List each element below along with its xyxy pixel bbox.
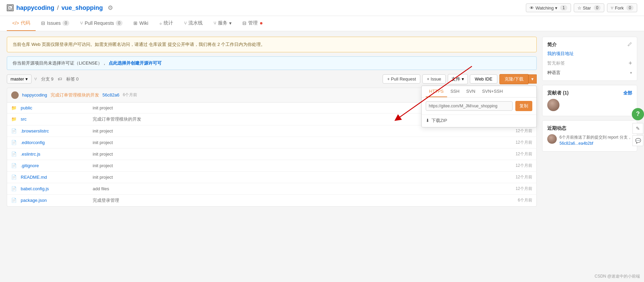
issue-button[interactable]: + Issue [422,74,445,84]
clone-tab-ssh[interactable]: SSH [447,86,463,97]
file-time-eslintrc: 12个月前 [516,151,532,157]
tab-pipeline[interactable]: ⑂ 流水线 [179,16,208,31]
pull-request-button[interactable]: + Pull Request [383,74,420,84]
license-link[interactable]: 点此选择并创建开源许可可 [109,60,162,66]
file-name-browserslistrc[interactable]: .browserslistrc [21,128,89,134]
license-text: 你当前开源项目尚未选择许可证（LICENSE）， [13,60,107,66]
activity-title: 近期动态 [547,125,632,131]
clone-dropdown-button[interactable]: ▾ [528,74,537,84]
tab-wiki[interactable]: ⊞ Wiki [128,16,153,31]
services-icon: ⑂ [214,20,216,26]
branch-selector[interactable]: master ▾ [7,74,32,84]
file-msg-readme: init project [89,175,516,180]
file-name-editorconfig[interactable]: .editorconfig [21,140,89,145]
star-button[interactable]: ☆ Star 0 [574,3,605,12]
tab-pulls[interactable]: ⑂ Pull Requests 0 [75,16,128,31]
watching-dropdown-icon: ▾ [555,5,557,11]
clone-dropdown: HTTPS SSH SVN SVN+SSH 复制 ⬇ 下载ZIP [421,86,537,127]
clone-main-button[interactable]: 克隆/下载 [499,74,528,84]
folder-icon: 📁 [11,105,18,110]
file-icon-eslintrc: 📄 [11,152,18,157]
lang-section: 种语言 ▾ [547,70,632,76]
star-count: 0 [594,5,601,11]
file-name-public[interactable]: public [21,105,89,110]
eye-icon: 👁 [530,5,534,11]
settings-icon[interactable]: ⚙ [108,4,113,12]
file-time-editorconfig: 12个月前 [516,140,532,145]
fork-button[interactable]: ⑂ Fork 0 [607,3,637,12]
tab-issues[interactable]: ⊟ Issues 0 [36,16,75,31]
file-name-babel[interactable]: babel.config.js [21,186,89,191]
lang-dropdown-icon[interactable]: ▾ [630,71,632,75]
clone-wrapper: 克隆/下载 ▾ HTTPS SSH SVN SVN+SSH 复 [499,74,537,84]
tab-issues-label: Issues [47,20,60,26]
file-name-eslintrc[interactable]: .eslintrc.js [21,152,89,157]
file-msg-gitignore: init project [89,163,516,168]
chat-icon-button[interactable]: 💬 [632,135,643,146]
watching-button[interactable]: 👁 Watching ▾ 1 [526,3,571,12]
project-url-link[interactable]: 我的项目地址 [547,51,632,57]
tab-pipeline-label: 流水线 [188,20,203,26]
clone-tab-https[interactable]: HTTPS [426,86,447,97]
file-msg-babel: add files [89,186,516,191]
add-tag-button[interactable]: + [628,60,632,66]
branch-dropdown-icon: ▾ [25,76,28,82]
contributors-all-link[interactable]: 全部 [623,90,632,96]
clone-url-input[interactable] [426,101,513,111]
file-button[interactable]: 文件 ▾ [448,74,468,84]
file-name-src[interactable]: src [21,117,89,122]
tags-count: 标签 0 [66,76,79,82]
file-name-readme[interactable]: README.md [21,175,89,180]
tab-manage[interactable]: ⊟ 管理 [237,16,268,31]
file-msg-editorconfig: init project [89,140,516,145]
activity-description: 6个月前推送了新的提交到 report 分支， [559,135,632,140]
branches-count: 分支 9 [41,76,54,82]
file-name-package[interactable]: package.json [21,198,89,203]
tab-stats-label: 统计 [164,20,173,26]
activity-avatar [547,134,557,144]
manage-icon: ⊟ [242,20,246,26]
services-dropdown-icon: ▾ [229,20,232,26]
issues-icon: ⊟ [41,20,45,26]
license-banner: 你当前开源项目尚未选择许可证（LICENSE）， 点此选择并创建开源许可可 [7,56,537,70]
file-msg-browserslistrc: init project [89,128,516,134]
activity-commit-link[interactable]: 56c82a6...ea4b2bf [559,141,593,146]
clone-tabs: HTTPS SSH SVN SVN+SSH [422,86,536,98]
file-row-editorconfig: 📄 .editorconfig init project 12个月前 [7,137,536,148]
intro-edit-icon[interactable] [627,42,632,48]
contributor-avatar[interactable] [547,99,559,111]
webide-button[interactable]: Web IDE [470,74,498,84]
code-icon: </> [12,20,19,26]
file-time-babel: 12个月前 [516,186,532,192]
clone-tab-svn-ssh[interactable]: SVN+SSH [479,86,506,97]
owner-name[interactable]: happycoding [16,4,54,12]
intro-section: 简介 我的项目地址 暂无标签 + 种语言 ▾ [542,37,637,81]
tab-pulls-label: Pull Requests [85,20,114,26]
tab-services[interactable]: ⑂ 服务 ▾ [208,16,237,31]
main-content: 当前仓库 Web 页面仅限登录用户可访问。如需支持匿名访问，请通过 仓库设置 提… [0,31,644,212]
no-tags-label: 暂无标签 [547,60,565,66]
pipeline-icon: ⑂ [184,20,187,26]
copy-url-button[interactable]: 复制 [515,101,532,111]
tab-stats[interactable]: ⬦ 统计 [154,16,179,31]
contributors-section: 贡献者 (1) 全部 [542,85,637,116]
file-name-gitignore[interactable]: .gitignore [21,163,89,168]
commit-author[interactable]: happycoding [22,92,47,98]
repo-name[interactable]: vue_shopping [61,4,103,12]
activity-title-label: 近期动态 [547,125,566,131]
file-icon-editorconfig: 📄 [11,140,18,145]
help-button[interactable]: ? [632,108,644,120]
file-row-package: 📄 package.json 完成登录管理 6个月前 [7,195,536,206]
clone-tab-svn[interactable]: SVN [463,86,479,97]
tab-code[interactable]: </> 代码 [7,16,36,31]
commit-hash[interactable]: 56c82a6 [103,92,119,98]
tab-manage-label: 管理 [248,20,258,26]
star-icon: ☆ [577,5,582,11]
warning-text: 当前仓库 Web 页面仅限登录用户可访问。如需支持匿名访问，请通过 仓库设置 提… [13,42,265,47]
edit-icon-button[interactable]: ✎ [632,123,643,134]
download-zip-button[interactable]: ⬇ 下载ZIP [422,114,536,127]
tag-icon: 🏷 [58,76,62,82]
pulls-badge: 0 [116,20,123,26]
activity-section: 近期动态 6个月前推送了新的提交到 report 分支， 56c82a6...e… [542,120,637,152]
repo-toolbar: master ▾ ⑂ 分支 9 🏷 标签 0 + Pull Request + … [7,74,537,84]
